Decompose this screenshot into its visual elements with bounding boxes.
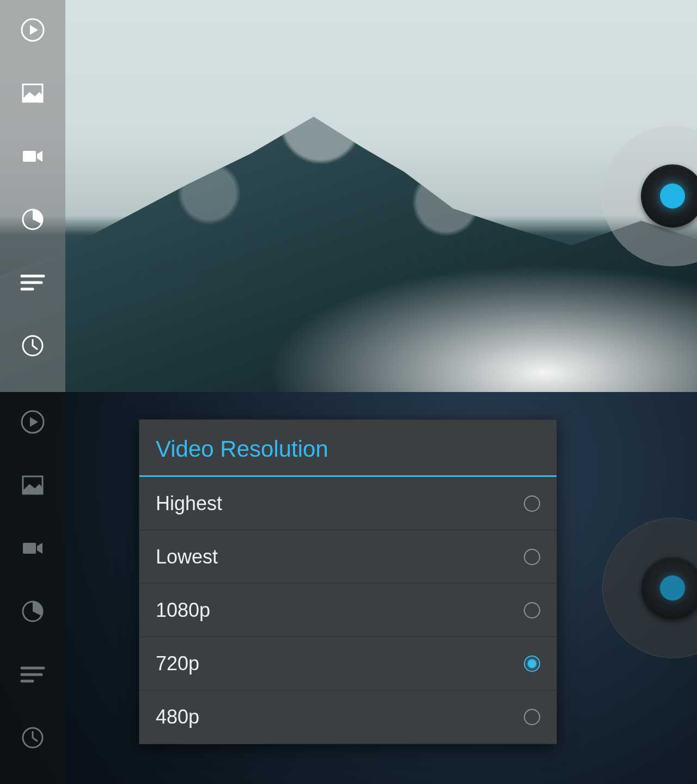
clock-icon[interactable] bbox=[17, 722, 48, 754]
resolution-option-720p[interactable]: 720p bbox=[139, 637, 557, 690]
record-button[interactable] bbox=[602, 126, 697, 266]
option-label: Lowest bbox=[156, 546, 218, 568]
resolution-option-480p[interactable]: 480p bbox=[139, 690, 557, 744]
radio-icon bbox=[524, 549, 540, 565]
burst-lines-icon[interactable] bbox=[17, 267, 48, 298]
record-button-dot bbox=[660, 575, 685, 601]
radio-icon-selected bbox=[524, 656, 540, 672]
resolution-option-1080p[interactable]: 1080p bbox=[139, 584, 557, 637]
svg-rect-2 bbox=[23, 151, 36, 162]
radio-icon bbox=[524, 709, 540, 725]
video-icon[interactable] bbox=[17, 532, 48, 564]
record-button[interactable] bbox=[602, 518, 697, 658]
video-icon[interactable] bbox=[17, 140, 48, 172]
option-label: 1080p bbox=[156, 599, 210, 622]
app-root: Video Resolution Highest Lowest 1080p 72… bbox=[0, 0, 697, 784]
camera-viewfinder-bottom: Video Resolution Highest Lowest 1080p 72… bbox=[0, 392, 697, 784]
radio-icon bbox=[524, 602, 540, 618]
pie-timer-icon[interactable] bbox=[17, 204, 48, 235]
record-button-dot bbox=[660, 183, 685, 209]
option-label: 480p bbox=[156, 706, 199, 728]
option-label: Highest bbox=[156, 492, 222, 515]
burst-lines-icon[interactable] bbox=[17, 659, 48, 690]
image-icon[interactable] bbox=[17, 469, 48, 501]
play-icon[interactable] bbox=[17, 14, 48, 46]
resolution-option-highest[interactable]: Highest bbox=[139, 477, 557, 530]
radio-icon bbox=[524, 495, 540, 512]
pie-timer-icon[interactable] bbox=[17, 596, 48, 627]
dialog-title: Video Resolution bbox=[139, 420, 557, 477]
resolution-option-lowest[interactable]: Lowest bbox=[139, 530, 557, 584]
sidebar-bottom bbox=[0, 392, 65, 784]
image-icon[interactable] bbox=[17, 77, 48, 109]
svg-rect-10 bbox=[23, 543, 36, 554]
clock-icon[interactable] bbox=[17, 330, 48, 362]
play-icon[interactable] bbox=[17, 406, 48, 438]
video-resolution-dialog: Video Resolution Highest Lowest 1080p 72… bbox=[139, 419, 557, 744]
sidebar-top bbox=[0, 0, 65, 392]
option-label: 720p bbox=[156, 652, 199, 675]
camera-viewfinder-top bbox=[0, 0, 697, 392]
